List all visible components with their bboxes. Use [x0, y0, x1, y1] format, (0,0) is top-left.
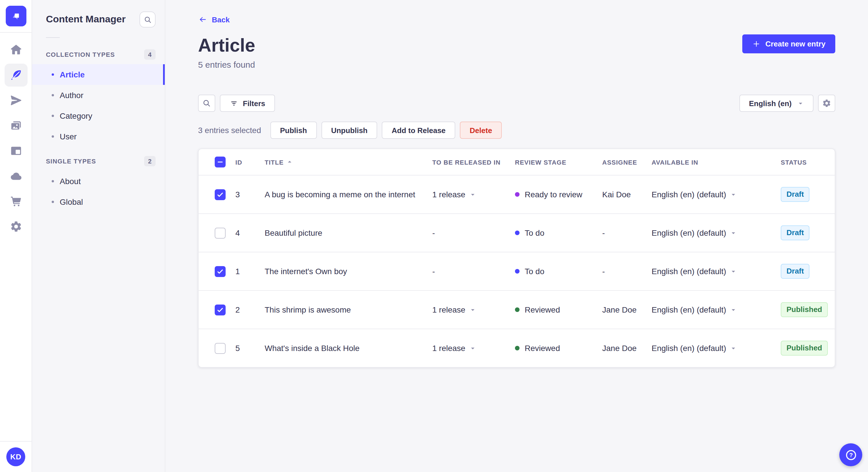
chevron-down-icon — [797, 100, 804, 106]
cell-assignee: - — [602, 267, 652, 276]
cell-id: 2 — [236, 305, 265, 314]
help-button[interactable]: ? — [839, 443, 862, 466]
sidebar-title: Content Manager — [46, 14, 126, 25]
media-library-icon — [9, 119, 22, 132]
cell-status: Draft — [781, 187, 835, 202]
search-icon[interactable] — [140, 11, 156, 28]
sidebar-item-category[interactable]: Category — [32, 105, 165, 126]
main-nav — [0, 33, 32, 441]
row-checkbox[interactable] — [215, 304, 226, 315]
cell-assignee: - — [602, 228, 652, 237]
cell-releases[interactable]: 1 release — [432, 305, 515, 314]
stage-dot-icon — [515, 269, 520, 274]
create-entry-button[interactable]: Create new entry — [742, 34, 835, 53]
row-checkbox[interactable] — [215, 227, 226, 238]
sidebar-item-about[interactable]: About — [32, 171, 165, 192]
main-nav-rail: KD — [0, 0, 32, 472]
user-avatar[interactable]: KD — [6, 447, 25, 466]
status-badge: Published — [781, 302, 828, 317]
cell-title: What's inside a Black Hole — [265, 343, 432, 353]
chevron-down-icon — [469, 191, 476, 198]
column-header-title[interactable]: TITLE — [265, 159, 432, 165]
table-body: 3 A bug is becoming a meme on the intern… — [198, 175, 835, 367]
cell-available-in[interactable]: English (en) (default) — [652, 343, 781, 353]
feather-pen-icon — [9, 69, 22, 81]
cell-available-in[interactable]: English (en) (default) — [652, 228, 781, 237]
rail-item-media-library-icon[interactable] — [4, 114, 27, 137]
cell-assignee: Jane Doe — [602, 305, 652, 314]
cell-status: Published — [781, 341, 835, 356]
table-row[interactable]: 1 The internet's Own boy - To do - Engli… — [198, 252, 835, 290]
rail-item-cart-icon[interactable] — [4, 190, 27, 213]
svg-text:?: ? — [849, 452, 852, 458]
cell-id: 5 — [236, 343, 265, 353]
selection-count: 3 entries selected — [198, 126, 261, 135]
cell-releases[interactable]: 1 release — [432, 343, 515, 353]
gear-icon — [9, 220, 22, 233]
column-header-review-stage[interactable]: REVIEW STAGE — [515, 159, 602, 165]
column-header-available-in[interactable]: AVAILABLE IN — [652, 159, 781, 165]
chevron-down-icon — [730, 230, 737, 236]
view-settings-button[interactable] — [818, 95, 835, 112]
cart-icon — [9, 195, 22, 208]
sidebar-item-author[interactable]: Author — [32, 85, 165, 105]
chevron-down-icon — [469, 307, 476, 313]
cell-id: 1 — [236, 267, 265, 276]
table-row[interactable]: 4 Beautiful picture - To do - English (e… — [198, 213, 835, 252]
table-row[interactable]: 3 A bug is becoming a meme on the intern… — [198, 175, 835, 213]
main-content: Back Article 5 entries found Create new … — [165, 0, 868, 472]
sidebar-item-article[interactable]: Article — [32, 64, 165, 85]
strapi-app: KD Content Manager COLLECTION TYPES4Arti… — [0, 0, 868, 472]
section-count-badge: 4 — [144, 49, 156, 60]
column-header-to-be-released-in[interactable]: TO BE RELEASED IN — [432, 159, 515, 165]
stage-dot-icon — [515, 192, 520, 197]
rail-item-cloud-icon[interactable] — [4, 165, 27, 188]
rail-item-home-icon[interactable] — [4, 38, 27, 61]
cell-available-in[interactable]: English (en) (default) — [652, 305, 781, 314]
column-header-status[interactable]: STATUS — [781, 159, 835, 165]
cell-title: Beautiful picture — [265, 228, 432, 237]
sidebar-item-global[interactable]: Global — [32, 192, 165, 212]
rail-item-feather-pen-icon[interactable] — [4, 64, 27, 87]
cell-available-in[interactable]: English (en) (default) — [652, 190, 781, 199]
status-badge: Draft — [781, 264, 810, 279]
divider — [46, 37, 60, 38]
entries-table: ID TITLE TO BE RELEASED IN REVIEW STAGE … — [198, 148, 835, 368]
bullet-icon — [52, 180, 54, 182]
cell-status: Published — [781, 302, 835, 317]
sidebar-item-user[interactable]: User — [32, 126, 165, 147]
strapi-logo[interactable] — [5, 6, 26, 26]
cell-id: 3 — [236, 190, 265, 199]
select-all-checkbox[interactable] — [215, 157, 226, 167]
search-entries-button[interactable] — [198, 95, 215, 112]
row-checkbox[interactable] — [215, 266, 226, 277]
filters-button[interactable]: Filters — [220, 95, 275, 112]
column-header-assignee[interactable]: ASSIGNEE — [602, 159, 652, 165]
rail-item-paper-plane-icon[interactable] — [4, 89, 27, 112]
cell-review-stage: Reviewed — [515, 305, 602, 314]
publish-button[interactable]: Publish — [270, 122, 317, 139]
cell-available-in[interactable]: English (en) (default) — [652, 267, 781, 276]
arrow-left-icon — [198, 15, 207, 24]
row-checkbox[interactable] — [215, 343, 226, 353]
table-row[interactable]: 2 This shrimp is awesome 1 release Revie… — [198, 290, 835, 329]
sidebar-sections: COLLECTION TYPES4ArticleAuthorCategoryUs… — [32, 46, 165, 212]
back-link[interactable]: Back — [198, 15, 229, 24]
section-count-badge: 2 — [144, 156, 156, 166]
cell-releases[interactable]: 1 release — [432, 190, 515, 199]
row-checkbox[interactable] — [215, 189, 226, 200]
locale-select[interactable]: English (en) — [739, 95, 813, 112]
delete-button[interactable]: Delete — [460, 122, 502, 139]
column-header-id[interactable]: ID — [236, 159, 265, 165]
chevron-down-icon — [469, 345, 476, 351]
table-row[interactable]: 5 What's inside a Black Hole 1 release R… — [198, 329, 835, 367]
sort-asc-icon — [286, 159, 293, 165]
add-to-release-button[interactable]: Add to Release — [382, 122, 455, 139]
status-badge: Published — [781, 341, 828, 356]
page-title: Article — [198, 34, 255, 56]
gear-icon — [822, 99, 831, 108]
bullet-icon — [52, 94, 54, 96]
rail-item-layout-icon[interactable] — [4, 139, 27, 162]
unpublish-button[interactable]: Unpublish — [321, 122, 377, 139]
rail-item-gear-icon[interactable] — [4, 215, 27, 238]
